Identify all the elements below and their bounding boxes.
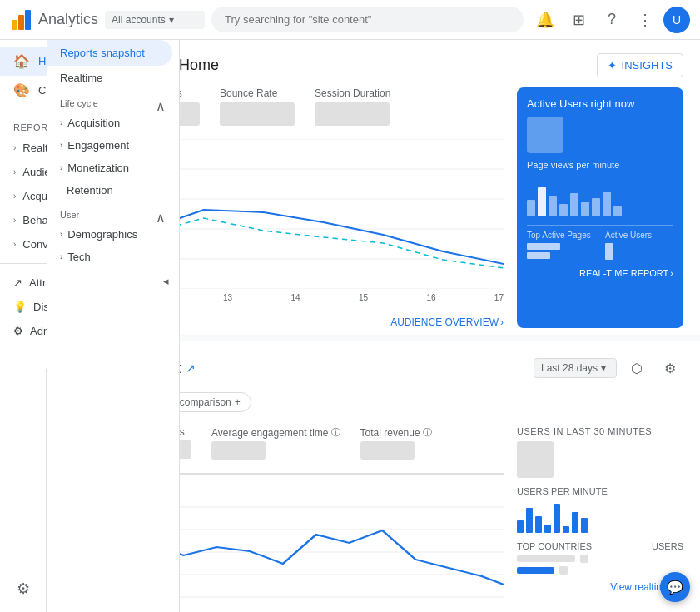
users-label: USERS — [652, 541, 683, 551]
notifications-icon[interactable]: 🔔 — [530, 5, 560, 35]
avatar[interactable]: U — [663, 7, 690, 33]
rt-bar — [517, 520, 524, 533]
realtime-report-label: REAL-TIME REPORT — [579, 268, 668, 278]
page-views-label: Page views per minute — [527, 160, 673, 170]
nav-icons: 🔔 ⊞ ? ⋮ U — [530, 5, 690, 35]
mini-bar — [538, 187, 546, 216]
snap-metric-engagement-label: Average engagement time ⓘ — [211, 426, 340, 439]
chevron-down-icon: ▾ — [169, 14, 174, 26]
app-title: Analytics — [38, 11, 98, 28]
chevron-icon: › — [13, 167, 16, 177]
mini-bar — [581, 202, 589, 216]
active-bar — [527, 252, 550, 259]
acquisition-nav-item[interactable]: › Acquisition — [47, 112, 156, 134]
reports-snapshot-nav-item[interactable]: Reports snapshot — [47, 40, 172, 66]
account-selector[interactable]: All accounts ▾ — [105, 11, 205, 29]
analytics-logo-icon — [10, 8, 33, 32]
rt-bar — [544, 525, 551, 533]
life-cycle-label: Life cycle ∧ — [47, 90, 179, 112]
per-minute-bars — [517, 500, 683, 533]
country-row-2 — [517, 566, 683, 575]
plus-icon: + — [235, 396, 241, 408]
attribution-icon: ↗ — [13, 276, 22, 289]
metric-bounce-value — [220, 102, 295, 126]
customize-button[interactable]: ⚙ — [657, 355, 683, 381]
apps-icon[interactable]: ⊞ — [563, 5, 593, 35]
search-input[interactable] — [211, 7, 524, 32]
rt-bar — [535, 516, 542, 533]
discover-icon: 💡 — [13, 301, 27, 313]
retention-nav-item[interactable]: Retention — [47, 179, 179, 202]
demographics-nav-item[interactable]: › Demographics — [47, 223, 156, 246]
insights-button[interactable]: ✦ INSIGHTS — [597, 53, 683, 77]
audience-overview-label: AUDIENCE OVERVIEW — [390, 316, 499, 328]
metric-duration-value — [315, 102, 390, 126]
realtime-report-button[interactable]: REAL-TIME REPORT › — [527, 268, 673, 278]
insights-icon: ✦ — [608, 59, 617, 72]
svg-rect-0 — [12, 20, 17, 30]
country-val-2 — [559, 566, 568, 575]
top-active-pages-label: Top Active Pages — [527, 231, 595, 240]
home-icon: 🏠 — [13, 53, 30, 69]
insights-label: INSIGHTS — [622, 59, 673, 72]
country-bar-1 — [517, 555, 575, 562]
snapshot-sidebar: Reports snapshot Realtime Life cycle ∧ ›… — [47, 40, 180, 612]
chevron-icon: › — [13, 216, 16, 225]
info-icon: ⓘ — [423, 426, 432, 439]
mini-bar — [527, 200, 535, 216]
mini-bar — [613, 206, 622, 216]
export-icon: ↗ — [186, 361, 196, 375]
chat-bubble-button[interactable]: 💬 — [660, 572, 690, 602]
snap-metric-revenue[interactable]: Total revenue ⓘ — [360, 426, 432, 466]
per-minute-label: USERS PER MINUTE — [517, 486, 683, 496]
snapshot-nav: Reports snapshot Realtime Life cycle ∧ ›… — [47, 40, 179, 294]
metric-duration-label: Session Duration — [315, 87, 390, 99]
top-nav: Analytics All accounts ▾ 🔔 ⊞ ? ⋮ U — [0, 0, 700, 40]
rt-bar — [572, 512, 578, 533]
collapse-snapshot-sidebar-button[interactable]: ◂ — [47, 268, 179, 294]
more-options-icon[interactable]: ⋮ — [630, 5, 660, 35]
settings-nav-icon[interactable]: ⚙ — [7, 572, 40, 605]
chevron-icon: › — [13, 240, 16, 249]
country-bar-2 — [517, 567, 554, 574]
mini-bar — [592, 198, 600, 216]
account-label: All accounts — [112, 14, 166, 26]
arrow-right-icon: › — [500, 316, 504, 328]
active-users-col-label: Active Users — [605, 231, 673, 240]
mini-bar — [603, 192, 611, 216]
snap-metric-revenue-label: Total revenue ⓘ — [360, 426, 432, 439]
customization-icon: 🎨 — [13, 82, 30, 98]
active-divider — [527, 225, 673, 226]
view-realtime-link[interactable]: View realtime → — [517, 581, 683, 593]
tech-nav-item[interactable]: › Tech — [47, 246, 179, 268]
mini-bar — [559, 204, 568, 216]
top-countries-header: TOP COUNTRIES USERS — [517, 541, 683, 551]
admin-icon: ⚙ — [13, 325, 23, 337]
rt-bar — [554, 504, 560, 533]
snap-metric-engagement-val — [211, 441, 266, 460]
mini-bar — [570, 193, 578, 216]
active-bottom-row: Top Active Pages Active Users — [527, 231, 673, 261]
realtime-nav-item[interactable]: Realtime — [47, 66, 179, 90]
rt-bar — [581, 518, 588, 533]
snapshot-controls: Last 28 days ▾ ⬡ ⚙ — [534, 355, 683, 381]
country-row-1 — [517, 555, 683, 563]
logo-area: Analytics — [10, 8, 98, 32]
mini-bar — [549, 196, 557, 216]
engagement-nav-item[interactable]: › Engagement — [47, 134, 179, 157]
info-icon: ⓘ — [331, 426, 340, 439]
top-active-pages-col: Top Active Pages — [527, 231, 595, 261]
monetization-nav-item[interactable]: › Monetization — [47, 157, 179, 179]
snapshot-date-dropdown[interactable]: Last 28 days ▾ — [534, 358, 617, 378]
svg-rect-2 — [25, 10, 31, 30]
dropdown-arrow-icon: ▾ — [601, 362, 606, 374]
mini-bars-chart — [527, 175, 673, 216]
help-icon[interactable]: ? — [597, 5, 627, 35]
share-button[interactable]: ⬡ — [623, 355, 650, 381]
snap-metric-engagement[interactable]: Average engagement time ⓘ — [211, 426, 340, 466]
realtime-mini-card: USERS IN LAST 30 MINUTES USERS PER MINUT… — [517, 426, 683, 612]
active-users-block — [605, 243, 613, 260]
rt-bar — [526, 508, 533, 533]
chevron-icon: › — [13, 143, 16, 152]
audience-overview-link[interactable]: AUDIENCE OVERVIEW › — [390, 316, 504, 328]
